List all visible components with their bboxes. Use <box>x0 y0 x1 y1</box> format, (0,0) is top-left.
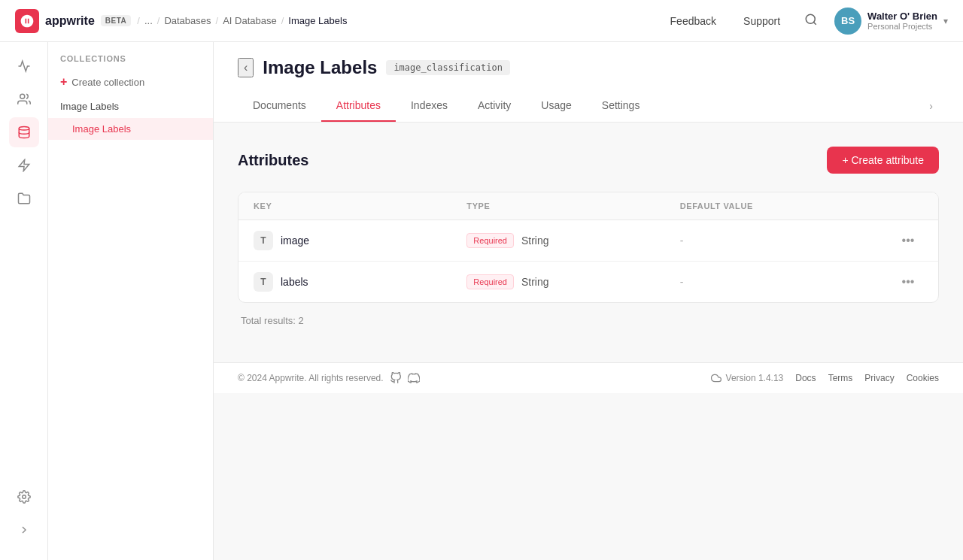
tab-usage[interactable]: Usage <box>526 90 586 122</box>
row-1-default: - <box>680 235 893 247</box>
row-2-type-name: String <box>521 276 549 288</box>
create-attribute-button[interactable]: + Create attribute <box>827 147 939 174</box>
row-2-more-button[interactable]: ••• <box>893 272 923 292</box>
table-row: T labels Required String - ••• <box>238 262 938 302</box>
tab-indexes[interactable]: Indexes <box>396 90 463 122</box>
page-header: ‹ Image Labels image_classification Docu… <box>214 42 963 123</box>
rail-analytics-icon[interactable] <box>9 51 39 81</box>
total-results: Total results: 2 <box>238 303 939 338</box>
copyright-text: © 2024 Appwrite. All rights reserved. <box>238 373 384 383</box>
breadcrumb-current: Image Labels <box>288 15 347 26</box>
icon-rail <box>0 42 48 560</box>
main-content: ‹ Image Labels image_classification Docu… <box>214 42 963 560</box>
breadcrumb-ellipsis[interactable]: ... <box>144 15 153 26</box>
col-header-default: DEFAULT VALUE <box>680 201 893 210</box>
sidebar-section-label: COLLECTIONS <box>48 54 213 69</box>
col-header-actions <box>893 201 923 210</box>
rail-database-icon[interactable] <box>9 117 39 147</box>
row-2-type-cell: Required String <box>466 274 679 289</box>
attributes-table: KEY TYPE DEFAULT VALUE T image Required … <box>238 192 939 303</box>
chevron-down-icon: ▾ <box>943 16 948 26</box>
user-name: Walter O' Brien <box>867 11 937 22</box>
page-footer: © 2024 Appwrite. All rights reserved. Ve… <box>214 362 963 393</box>
docs-link[interactable]: Docs <box>795 373 816 383</box>
beta-badge: BETA <box>101 15 131 26</box>
footer-left: © 2024 Appwrite. All rights reserved. <box>238 372 420 384</box>
table-header: KEY TYPE DEFAULT VALUE <box>238 192 938 220</box>
rail-storage-icon[interactable] <box>9 183 39 213</box>
feedback-button[interactable]: Feedback <box>663 11 724 32</box>
logo-text: appwrite <box>45 14 95 28</box>
breadcrumb: / ... / Databases / AI Database / Image … <box>137 15 347 26</box>
create-collection-label: Create collection <box>71 77 144 88</box>
svg-point-4 <box>22 495 26 499</box>
breadcrumb-databases[interactable]: Databases <box>164 15 211 26</box>
discord-icon[interactable] <box>408 372 420 384</box>
attributes-header: Attributes + Create attribute <box>238 147 939 174</box>
row-2-key-name: labels <box>281 276 308 288</box>
row-1-type-name: String <box>521 235 549 247</box>
version-badge: Version 1.4.13 <box>711 373 784 383</box>
nav-right: Feedback Support BS Walter O' Brien Pers… <box>663 8 948 35</box>
col-header-key: KEY <box>254 201 466 210</box>
page-title-row: ‹ Image Labels image_classification <box>238 57 939 78</box>
nav-left: appwrite BETA / ... / Databases / AI Dat… <box>15 9 347 33</box>
row-2-required-badge: Required <box>466 274 514 289</box>
top-navigation: appwrite BETA / ... / Databases / AI Dat… <box>0 0 963 42</box>
support-button[interactable]: Support <box>736 11 788 32</box>
sidebar: COLLECTIONS + Create collection Image La… <box>48 42 214 560</box>
row-1-required-badge: Required <box>466 233 514 248</box>
avatar: BS <box>834 8 861 35</box>
row-2-default: - <box>680 276 893 288</box>
search-button[interactable] <box>800 8 822 33</box>
table-row: T image Required String - ••• <box>238 220 938 262</box>
tab-activity[interactable]: Activity <box>463 90 526 122</box>
sidebar-item-image-labels-1[interactable]: Image Labels <box>48 95 213 118</box>
privacy-link[interactable]: Privacy <box>864 373 894 383</box>
tabs-chevron-icon[interactable]: › <box>923 97 939 115</box>
attributes-title: Attributes <box>238 152 308 169</box>
plus-icon: + <box>60 75 67 89</box>
app-layout: COLLECTIONS + Create collection Image La… <box>0 0 963 560</box>
sidebar-item-label: Image Labels <box>60 101 119 112</box>
rail-toggle-icon[interactable] <box>9 515 39 545</box>
row-1-more-button[interactable]: ••• <box>893 231 923 250</box>
version-text: Version 1.4.13 <box>726 373 784 383</box>
tabs: Documents Attributes Indexes Activity Us… <box>238 90 939 122</box>
create-collection-button[interactable]: + Create collection <box>48 69 213 95</box>
rail-users-icon[interactable] <box>9 84 39 114</box>
row-1-key-name: image <box>281 235 309 247</box>
tab-documents[interactable]: Documents <box>238 90 321 122</box>
col-header-type: TYPE <box>466 201 679 210</box>
logo-icon <box>15 9 39 33</box>
rail-functions-icon[interactable] <box>9 150 39 180</box>
cloud-icon <box>711 373 721 383</box>
type-icon-1: T <box>254 231 273 250</box>
row-1-type-cell: Required String <box>466 233 679 248</box>
svg-marker-3 <box>19 160 29 171</box>
sidebar-item-image-labels-2[interactable]: Image Labels <box>48 118 213 140</box>
svg-point-2 <box>19 127 29 131</box>
svg-point-0 <box>806 14 815 23</box>
user-org: Personal Projects <box>867 22 937 31</box>
cookies-link[interactable]: Cookies <box>907 373 939 383</box>
github-icon[interactable] <box>390 372 402 384</box>
tab-settings[interactable]: Settings <box>587 90 655 122</box>
content-area: Attributes + Create attribute KEY TYPE D… <box>214 123 963 362</box>
terms-link[interactable]: Terms <box>828 373 853 383</box>
breadcrumb-ai-database[interactable]: AI Database <box>223 15 277 26</box>
row-2-key-cell: T labels <box>254 272 466 292</box>
tab-attributes[interactable]: Attributes <box>321 90 396 122</box>
appwrite-logo[interactable]: appwrite <box>15 9 95 33</box>
page-title: Image Labels <box>263 57 377 78</box>
row-1-key-cell: T image <box>254 231 466 250</box>
back-button[interactable]: ‹ <box>238 58 254 77</box>
sidebar-item-label: Image Labels <box>72 123 131 135</box>
svg-point-1 <box>20 94 24 98</box>
collection-badge: image_classification <box>386 60 510 75</box>
type-icon-2: T <box>254 272 273 292</box>
user-details: Walter O' Brien Personal Projects <box>867 11 937 31</box>
user-info[interactable]: BS Walter O' Brien Personal Projects ▾ <box>834 8 948 35</box>
footer-right: Version 1.4.13 Docs Terms Privacy Cookie… <box>711 373 939 383</box>
rail-settings-icon[interactable] <box>9 482 39 512</box>
